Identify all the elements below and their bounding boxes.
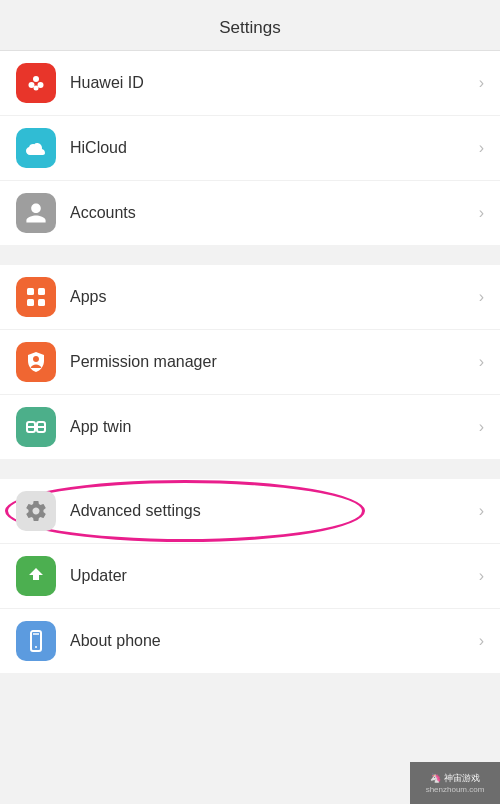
app-twin-label: App twin [70, 418, 479, 436]
accounts-chevron: › [479, 204, 484, 222]
svg-rect-5 [38, 288, 45, 295]
apptwin-icon [16, 407, 56, 447]
apps-icon [16, 277, 56, 317]
svg-rect-7 [38, 299, 45, 306]
permission-icon [16, 342, 56, 382]
apps-chevron: › [479, 288, 484, 306]
page-title: Settings [0, 0, 500, 51]
about-phone-icon [16, 621, 56, 661]
section-divider-1 [0, 255, 500, 265]
svg-point-2 [29, 82, 35, 88]
permission-chevron: › [479, 353, 484, 371]
watermark-url: shenzhoum.com [426, 785, 485, 794]
svg-point-0 [33, 76, 39, 82]
sidebar-item-huawei-id[interactable]: Huawei ID › [0, 51, 500, 116]
apptwin-chevron: › [479, 418, 484, 436]
updater-label: Updater [70, 567, 479, 585]
svg-rect-6 [27, 299, 34, 306]
sidebar-item-hicloud[interactable]: HiCloud › [0, 116, 500, 181]
hicloud-icon [16, 128, 56, 168]
sidebar-item-app-twin[interactable]: App twin › [0, 395, 500, 459]
hicloud-chevron: › [479, 139, 484, 157]
sidebar-item-advanced-settings[interactable]: Advanced settings › [0, 479, 500, 544]
account-section: Huawei ID › HiCloud › Accounts › [0, 51, 500, 245]
svg-point-3 [34, 86, 39, 91]
advanced-settings-icon [16, 491, 56, 531]
updater-chevron: › [479, 567, 484, 585]
advanced-settings-label: Advanced settings [70, 502, 479, 520]
svg-point-1 [38, 82, 44, 88]
watermark: 🦄 神宙游戏 shenzhoum.com [410, 762, 500, 804]
sidebar-item-about-phone[interactable]: About phone › [0, 609, 500, 673]
sidebar-item-updater[interactable]: Updater › [0, 544, 500, 609]
accounts-label: Accounts [70, 204, 479, 222]
permission-manager-label: Permission manager [70, 353, 479, 371]
apps-label: Apps [70, 288, 479, 306]
system-section: Advanced settings › Updater › About phon… [0, 479, 500, 673]
accounts-icon [16, 193, 56, 233]
sidebar-item-permission-manager[interactable]: Permission manager › [0, 330, 500, 395]
watermark-text: 🦄 神宙游戏 [430, 772, 480, 785]
about-phone-chevron: › [479, 632, 484, 650]
sidebar-item-accounts[interactable]: Accounts › [0, 181, 500, 245]
svg-rect-4 [27, 288, 34, 295]
huawei-id-icon [16, 63, 56, 103]
svg-point-13 [35, 646, 37, 648]
huawei-id-label: Huawei ID [70, 74, 479, 92]
huawei-id-chevron: › [479, 74, 484, 92]
sidebar-item-apps[interactable]: Apps › [0, 265, 500, 330]
hicloud-label: HiCloud [70, 139, 479, 157]
advanced-settings-chevron: › [479, 502, 484, 520]
section-divider-2 [0, 469, 500, 479]
apps-section: Apps › Permission manager › App twin › [0, 265, 500, 459]
updater-icon [16, 556, 56, 596]
about-phone-label: About phone [70, 632, 479, 650]
